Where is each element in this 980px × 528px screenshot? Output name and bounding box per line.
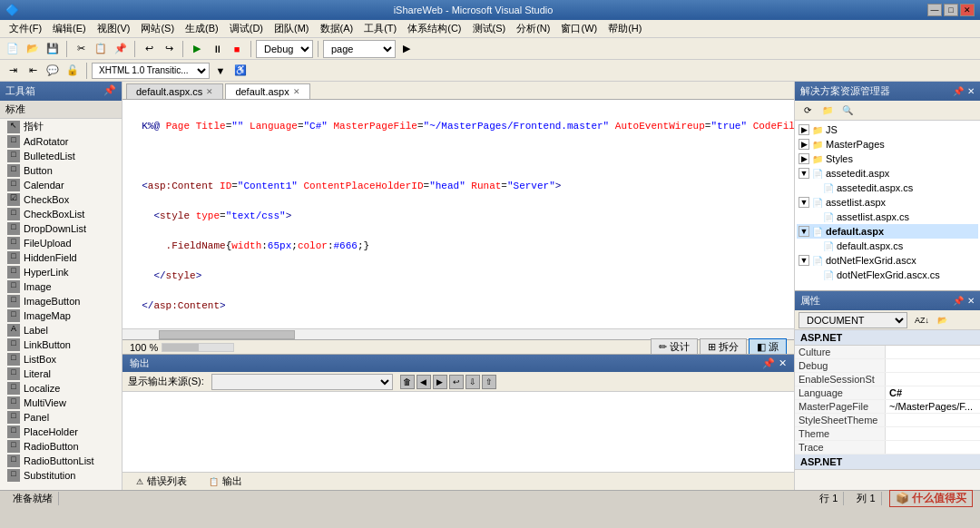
solution-search-button[interactable]: 🔍 (838, 102, 857, 120)
output-btn5[interactable]: ⇩ (466, 375, 480, 389)
menu-item-f[interactable]: 文件(F) (4, 20, 47, 37)
zoom-slider-thumb[interactable] (162, 344, 199, 351)
toolbox-item-radiobuttonlist[interactable]: □RadioButtonList (0, 454, 122, 468)
tree-item-dotnetflexgrid-cs[interactable]: 📄 dotNetFlexGrid.ascx.cs (797, 268, 978, 282)
toolbox-item-image[interactable]: □Image (0, 279, 122, 294)
props-language-value[interactable]: C# (886, 386, 980, 399)
tree-item-dotnetflexgrid[interactable]: ▼ 📄 dotNetFlexGrid.ascx (797, 253, 978, 268)
paste-button[interactable]: 📌 (112, 40, 130, 58)
redo-button[interactable]: ↪ (160, 40, 178, 58)
toolbox-item-label[interactable]: ALabel (0, 323, 122, 337)
tab-default-cs-close[interactable]: ✕ (206, 87, 213, 96)
menu-item-t[interactable]: 工具(T) (358, 20, 402, 37)
tree-item-styles[interactable]: ▶ 📁 Styles (797, 152, 978, 166)
output-btn3[interactable]: ▶ (433, 375, 447, 389)
output-btn6[interactable]: ⇧ (482, 375, 496, 389)
go-button[interactable]: ▶ (397, 40, 416, 58)
output-pin-icon[interactable]: 📌 (762, 357, 775, 369)
menu-item-b[interactable]: 生成(B) (180, 20, 224, 37)
accessibility-button[interactable]: ♿ (231, 62, 250, 80)
props-close-icon[interactable]: ✕ (967, 296, 975, 306)
tree-item-assetlist[interactable]: ▼ 📄 assetlist.aspx (797, 195, 978, 210)
format-select[interactable]: XHTML 1.0 Transitic... (92, 63, 210, 79)
toolbox-item-multiview[interactable]: □MultiView (0, 396, 122, 410)
toolbox-item-radiobutton[interactable]: □RadioButton (0, 439, 122, 454)
save-button[interactable]: 💾 (44, 40, 62, 58)
toolbox-item-substitution[interactable]: □Substitution (0, 468, 122, 483)
tab-default-aspx[interactable]: default.aspx ✕ (225, 83, 309, 99)
solution-refresh-button[interactable]: ⟳ (799, 102, 817, 120)
toolbox-item-literal[interactable]: □Literal (0, 367, 122, 381)
props-sort-az-button[interactable]: AZ↓ (913, 311, 931, 329)
props-masterpagefile-value[interactable]: ~/MasterPages/F... (886, 400, 980, 413)
props-sort-cat-button[interactable]: 📂 (933, 311, 951, 329)
toolbox-pin-icon[interactable]: 📌 (103, 84, 116, 98)
assetedit-expand[interactable]: ▼ (799, 168, 809, 179)
tab-default-aspx-close[interactable]: ✕ (293, 87, 300, 96)
toolbox-item-imagemap[interactable]: □ImageMap (0, 308, 122, 323)
output-btn2[interactable]: ◀ (416, 375, 431, 389)
pause-button[interactable]: ⏸ (208, 40, 226, 58)
tree-item-assetlist-cs[interactable]: 📄 assetlist.aspx.cs (797, 210, 978, 224)
toolbox-item-adrotator[interactable]: □AdRotator (0, 134, 122, 149)
tree-item-assetedit-cs[interactable]: 📄 assetedit.aspx.cs (797, 181, 978, 195)
open-button[interactable]: 📂 (24, 40, 42, 58)
toolbox-item-placeholder[interactable]: □PlaceHolder (0, 425, 122, 439)
props-trace-value[interactable] (886, 441, 980, 454)
tree-item-default-cs[interactable]: 📄 default.aspx.cs (797, 239, 978, 253)
code-area[interactable]: K%@ Page Title="" Language="C#" MasterPa… (122, 100, 794, 328)
output-tab[interactable]: 📋 输出 (199, 472, 252, 490)
toolbox-item-checkbox[interactable]: ☑CheckBox (0, 192, 122, 207)
solution-folder-button[interactable]: 📁 (818, 102, 837, 120)
menu-item-d[interactable]: 调试(D) (224, 20, 269, 37)
menu-item-m[interactable]: 团队(M) (269, 20, 315, 37)
menu-item-h[interactable]: 帮助(H) (603, 20, 647, 37)
toolbox-section-standard[interactable]: 标准 (0, 101, 122, 119)
toolbox-item-指针[interactable]: ↖指针 (0, 119, 122, 134)
dotnetflexgrid-expand[interactable]: ▼ (799, 255, 809, 266)
toolbox-item-hyperlink[interactable]: □HyperLink (0, 265, 122, 279)
styles-expand[interactable]: ▶ (799, 153, 809, 164)
uncomment-button[interactable]: 🔓 (64, 62, 82, 80)
cut-button[interactable]: ✂ (72, 40, 90, 58)
copy-button[interactable]: 📋 (92, 40, 110, 58)
js-expand[interactable]: ▶ (799, 124, 809, 135)
output-close-icon[interactable]: ✕ (779, 357, 787, 369)
toolbox-item-panel[interactable]: □Panel (0, 410, 122, 425)
toolbox-item-checkboxlist[interactable]: □CheckBoxList (0, 207, 122, 221)
props-culture-value[interactable] (886, 346, 980, 358)
scrollbar-thumb-h[interactable] (159, 330, 295, 339)
toolbox-item-calendar[interactable]: □Calendar (0, 178, 122, 192)
output-source-select[interactable] (211, 374, 393, 390)
code-editor[interactable]: K%@ Page Title="" Language="C#" MasterPa… (122, 100, 794, 328)
toolbox-item-listbox[interactable]: □ListBox (0, 352, 122, 367)
tree-item-js[interactable]: ▶ 📁 JS (797, 122, 978, 137)
solution-close-icon[interactable]: ✕ (967, 86, 975, 96)
props-pin-icon[interactable]: 📌 (953, 296, 964, 306)
zoom-slider[interactable] (162, 343, 234, 352)
menu-item-w[interactable]: 窗口(W) (555, 20, 603, 37)
tree-item-masterpages[interactable]: ▶ 📁 MasterPages (797, 137, 978, 152)
menu-item-s[interactable]: 测试(S) (467, 20, 512, 37)
format-options-button[interactable]: ▼ (211, 62, 230, 80)
maximize-button[interactable]: □ (944, 4, 958, 16)
props-enablesession-value[interactable] (886, 373, 980, 386)
toolbox-item-linkbutton[interactable]: □LinkButton (0, 337, 122, 352)
comment-button[interactable]: 💬 (44, 62, 62, 80)
tree-item-assetedit[interactable]: ▼ 📄 assetedit.aspx (797, 166, 978, 181)
props-stylesheettheme-value[interactable] (886, 414, 980, 426)
close-button[interactable]: ✕ (960, 4, 975, 16)
output-btn4[interactable]: ↩ (449, 375, 464, 389)
stop-button[interactable]: ■ (228, 40, 246, 58)
menu-item-v[interactable]: 视图(V) (92, 20, 136, 37)
error-list-tab[interactable]: ⚠ 错误列表 (126, 472, 197, 490)
toolbox-item-imagebutton[interactable]: □ImageButton (0, 294, 122, 308)
minimize-button[interactable]: — (927, 4, 942, 16)
tab-default-cs[interactable]: default.aspx.cs ✕ (126, 83, 223, 99)
props-debug-value[interactable] (886, 359, 980, 372)
toolbox-item-fileupload[interactable]: □FileUpload (0, 236, 122, 250)
menu-item-e[interactable]: 编辑(E) (47, 20, 92, 37)
toolbox-item-dropdownlist[interactable]: □DropDownList (0, 221, 122, 236)
indent-button[interactable]: ⇥ (4, 62, 22, 80)
menu-item-n[interactable]: 分析(N) (511, 20, 555, 37)
